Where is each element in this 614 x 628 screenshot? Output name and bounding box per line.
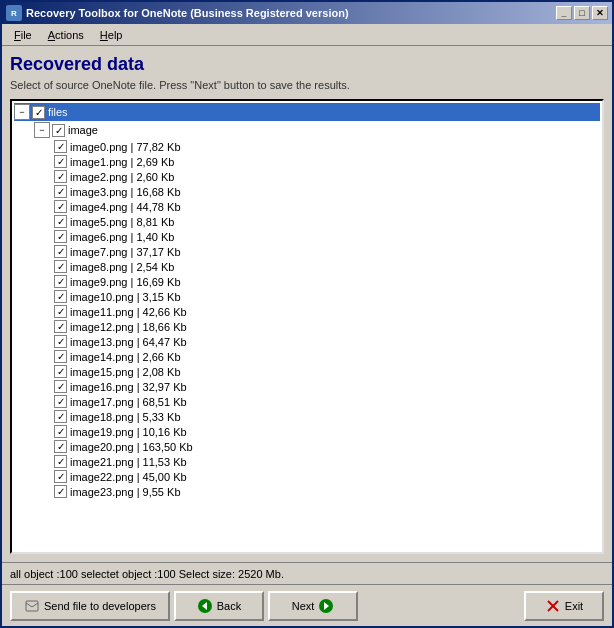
tree-indent-child-19: ✓image19.png | 10,16 Kb: [34, 424, 600, 439]
label-image-4: image4.png | 44,78 Kb: [70, 201, 181, 213]
tree-node-13[interactable]: ✓image13.png | 64,47 Kb: [54, 334, 600, 349]
tree-node-22[interactable]: ✓image22.png | 45,00 Kb: [54, 469, 600, 484]
close-button[interactable]: ✕: [592, 6, 608, 20]
checkbox-image-11[interactable]: ✓: [54, 305, 67, 318]
label-image-9: image9.png | 16,69 Kb: [70, 276, 181, 288]
tree-node-11[interactable]: ✓image11.png | 42,66 Kb: [54, 304, 600, 319]
checkbox-image-12[interactable]: ✓: [54, 320, 67, 333]
next-button[interactable]: Next: [268, 591, 358, 621]
back-button[interactable]: Back: [174, 591, 264, 621]
exit-icon: [545, 598, 561, 614]
checkbox-image-16[interactable]: ✓: [54, 380, 67, 393]
label-image-8: image8.png | 2,54 Kb: [70, 261, 174, 273]
tree-indent-child-7: ✓image7.png | 37,17 Kb: [34, 244, 600, 259]
checkbox-image[interactable]: ✓: [52, 124, 65, 137]
tree-indent-child-8: ✓image8.png | 2,54 Kb: [34, 259, 600, 274]
tree-node-20[interactable]: ✓image20.png | 163,50 Kb: [54, 439, 600, 454]
tree-node-files[interactable]: − ✓ files: [14, 103, 600, 121]
tree-indent-child-18: ✓image18.png | 5,33 Kb: [34, 409, 600, 424]
checkbox-image-7[interactable]: ✓: [54, 245, 67, 258]
checkbox-image-17[interactable]: ✓: [54, 395, 67, 408]
page-subtitle: Select of source OneNote file. Press "Ne…: [10, 79, 604, 91]
label-image-23: image23.png | 9,55 Kb: [70, 486, 181, 498]
tree-indent-child-12: ✓image12.png | 18,66 Kb: [34, 319, 600, 334]
tree-node-14[interactable]: ✓image14.png | 2,66 Kb: [54, 349, 600, 364]
status-text: all object :100 selectet object :100 Sel…: [10, 568, 284, 580]
tree-node-12[interactable]: ✓image12.png | 18,66 Kb: [54, 319, 600, 334]
tree-node-7[interactable]: ✓image7.png | 37,17 Kb: [54, 244, 600, 259]
tree-indent-child-17: ✓image17.png | 68,51 Kb: [34, 394, 600, 409]
checkbox-image-8[interactable]: ✓: [54, 260, 67, 273]
tree-node-1[interactable]: ✓image1.png | 2,69 Kb: [54, 154, 600, 169]
checkbox-image-23[interactable]: ✓: [54, 485, 67, 498]
label-image-1: image1.png | 2,69 Kb: [70, 156, 174, 168]
checkbox-image-21[interactable]: ✓: [54, 455, 67, 468]
menu-file[interactable]: File: [6, 27, 40, 43]
svg-rect-2: [26, 601, 38, 611]
tree-indent-child-15: ✓image15.png | 2,08 Kb: [34, 364, 600, 379]
expander-image[interactable]: −: [34, 122, 50, 138]
expander-files[interactable]: −: [14, 104, 30, 120]
checkbox-image-18[interactable]: ✓: [54, 410, 67, 423]
checkbox-image-4[interactable]: ✓: [54, 200, 67, 213]
label-image-14: image14.png | 2,66 Kb: [70, 351, 181, 363]
maximize-button[interactable]: □: [574, 6, 590, 20]
tree-node-9[interactable]: ✓image9.png | 16,69 Kb: [54, 274, 600, 289]
exit-button[interactable]: Exit: [524, 591, 604, 621]
tree-node-0[interactable]: ✓image0.png | 77,82 Kb: [54, 139, 600, 154]
tree-node-15[interactable]: ✓image15.png | 2,08 Kb: [54, 364, 600, 379]
tree-node-10[interactable]: ✓image10.png | 3,15 Kb: [54, 289, 600, 304]
tree-node-5[interactable]: ✓image5.png | 8,81 Kb: [54, 214, 600, 229]
page-title: Recovered data: [10, 54, 604, 75]
title-bar: R Recovery Toolbox for OneNote (Business…: [2, 2, 612, 24]
checkbox-image-22[interactable]: ✓: [54, 470, 67, 483]
tree-node-3[interactable]: ✓image3.png | 16,68 Kb: [54, 184, 600, 199]
checkbox-image-1[interactable]: ✓: [54, 155, 67, 168]
bottom-bar: Send file to developers Back Next: [2, 584, 612, 626]
minimize-button[interactable]: _: [556, 6, 572, 20]
tree-indent-child-16: ✓image16.png | 32,97 Kb: [34, 379, 600, 394]
label-image: image: [68, 124, 98, 136]
label-image-10: image10.png | 3,15 Kb: [70, 291, 181, 303]
tree-node-23[interactable]: ✓image23.png | 9,55 Kb: [54, 484, 600, 499]
window-title: Recovery Toolbox for OneNote (Business R…: [26, 7, 556, 19]
tree-scroll[interactable]: − ✓ files − ✓ image ✓image0.png | 77,82 …: [12, 101, 602, 552]
tree-node-8[interactable]: ✓image8.png | 2,54 Kb: [54, 259, 600, 274]
send-file-button[interactable]: Send file to developers: [10, 591, 170, 621]
checkbox-image-3[interactable]: ✓: [54, 185, 67, 198]
tree-container: − ✓ files − ✓ image ✓image0.png | 77,82 …: [10, 99, 604, 554]
label-image-21: image21.png | 11,53 Kb: [70, 456, 187, 468]
checkbox-files[interactable]: ✓: [32, 106, 45, 119]
checkbox-image-2[interactable]: ✓: [54, 170, 67, 183]
tree-node-16[interactable]: ✓image16.png | 32,97 Kb: [54, 379, 600, 394]
tree-indent-child-9: ✓image9.png | 16,69 Kb: [34, 274, 600, 289]
tree-indent-child-1: ✓image1.png | 2,69 Kb: [34, 154, 600, 169]
checkbox-image-9[interactable]: ✓: [54, 275, 67, 288]
label-image-6: image6.png | 1,40 Kb: [70, 231, 174, 243]
checkbox-image-20[interactable]: ✓: [54, 440, 67, 453]
label-image-19: image19.png | 10,16 Kb: [70, 426, 187, 438]
tree-node-19[interactable]: ✓image19.png | 10,16 Kb: [54, 424, 600, 439]
label-image-5: image5.png | 8,81 Kb: [70, 216, 174, 228]
tree-indent-image: − ✓ image ✓image0.png | 77,82 Kb✓image1.…: [14, 121, 600, 499]
tree-indent-child-22: ✓image22.png | 45,00 Kb: [34, 469, 600, 484]
tree-indent-child-11: ✓image11.png | 42,66 Kb: [34, 304, 600, 319]
tree-node-17[interactable]: ✓image17.png | 68,51 Kb: [54, 394, 600, 409]
checkbox-image-5[interactable]: ✓: [54, 215, 67, 228]
checkbox-image-6[interactable]: ✓: [54, 230, 67, 243]
menu-help[interactable]: Help: [92, 27, 131, 43]
checkbox-image-13[interactable]: ✓: [54, 335, 67, 348]
checkbox-image-15[interactable]: ✓: [54, 365, 67, 378]
checkbox-image-14[interactable]: ✓: [54, 350, 67, 363]
menu-actions[interactable]: Actions: [40, 27, 92, 43]
label-image-17: image17.png | 68,51 Kb: [70, 396, 187, 408]
checkbox-image-0[interactable]: ✓: [54, 140, 67, 153]
tree-node-21[interactable]: ✓image21.png | 11,53 Kb: [54, 454, 600, 469]
tree-node-2[interactable]: ✓image2.png | 2,60 Kb: [54, 169, 600, 184]
tree-node-6[interactable]: ✓image6.png | 1,40 Kb: [54, 229, 600, 244]
checkbox-image-10[interactable]: ✓: [54, 290, 67, 303]
checkbox-image-19[interactable]: ✓: [54, 425, 67, 438]
tree-node-4[interactable]: ✓image4.png | 44,78 Kb: [54, 199, 600, 214]
tree-node-18[interactable]: ✓image18.png | 5,33 Kb: [54, 409, 600, 424]
tree-node-image[interactable]: − ✓ image: [34, 121, 600, 139]
